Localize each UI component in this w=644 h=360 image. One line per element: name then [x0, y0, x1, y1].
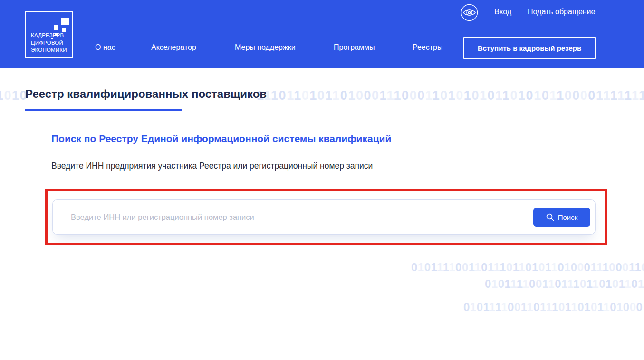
search-icon [546, 213, 554, 221]
logo-text: КАДРЕЗЕРВ ЦИФРОВОЙ ЭКОНОМИКИ [31, 32, 67, 54]
search-section-description: Введите ИНН предприятия участника Реестр… [51, 161, 373, 171]
page-root: 1010 11101101011010001110001101010101101… [0, 0, 644, 360]
site-logo[interactable]: КАДРЕЗЕРВ ЦИФРОВОЙ ЭКОНОМИКИ [25, 11, 73, 58]
active-tab-underline [25, 109, 182, 111]
binary-strip-title-right: 1110110101101000111000110101010110101011… [257, 88, 644, 103]
nav-item-about[interactable]: О нас [95, 43, 115, 52]
search-input[interactable] [53, 200, 595, 234]
accessibility-eye-icon[interactable] [461, 4, 478, 21]
nav-item-accelerator[interactable]: Акселератор [151, 43, 196, 52]
binary-strip-title-left: 1010 [0, 88, 28, 103]
search-button[interactable]: Поиск [533, 208, 590, 227]
logo-pixel [62, 28, 66, 32]
join-reserve-button[interactable]: Вступить в кадровый резерв [463, 37, 596, 59]
site-header: КАДРЕЗЕРВ ЦИФРОВОЙ ЭКОНОМИКИ О нас Аксел… [0, 0, 644, 68]
search-button-label: Поиск [558, 213, 578, 221]
nav-item-support[interactable]: Меры поддержки [235, 43, 296, 52]
nav-item-registries[interactable]: Реестры [413, 43, 443, 52]
page-title: Реестр квалифицированных поставщиков [25, 87, 267, 101]
binary-strip-row-1: 0101111001101110110101101000111000110101 [411, 261, 644, 274]
binary-strip-row-2: 0101111001101110110101101 [485, 277, 644, 291]
appeal-link[interactable]: Подать обращение [528, 8, 595, 16]
search-field-container: Поиск [52, 199, 596, 235]
binary-strip-row-3: 0101111001101110110101101000 [463, 301, 643, 314]
logo-pixel [61, 18, 69, 25]
search-section-heading: Поиск по Реестру Единой информационной с… [51, 133, 391, 144]
login-link[interactable]: Вход [494, 8, 511, 16]
logo-pixel [54, 25, 58, 30]
nav-item-programs[interactable]: Программы [334, 43, 375, 52]
